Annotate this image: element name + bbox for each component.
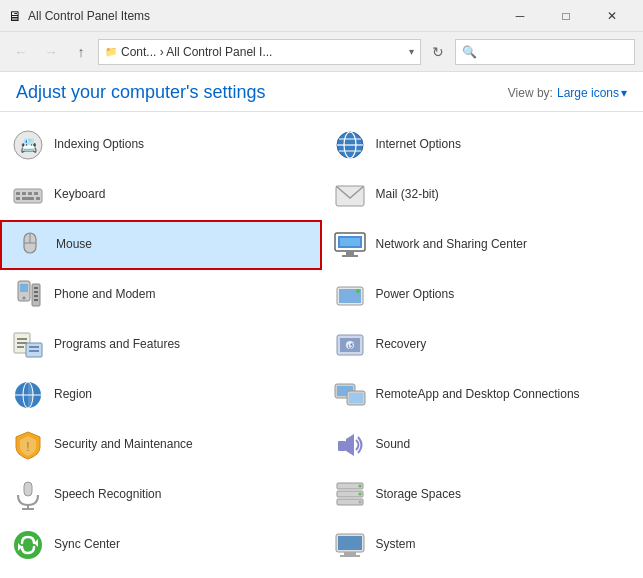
system-label: System [376, 537, 416, 553]
security-icon: ! [12, 429, 44, 461]
window-icon: 🖥 [8, 8, 22, 24]
recovery-label: Recovery [376, 337, 427, 353]
svg-rect-52 [349, 393, 363, 403]
search-bar [455, 39, 635, 65]
svg-rect-8 [16, 192, 20, 195]
control-item-storage[interactable]: Storage Spaces [322, 470, 644, 520]
svg-rect-14 [36, 197, 40, 200]
speech-label: Speech Recognition [54, 487, 161, 503]
svg-rect-7 [14, 189, 42, 203]
svg-point-34 [356, 289, 360, 293]
view-by-label: View by: [508, 86, 553, 100]
internet-options-icon [334, 129, 366, 161]
svg-rect-23 [342, 255, 358, 257]
indexing-options-label: Indexing Options [54, 137, 144, 153]
remoteapp-label: RemoteApp and Desktop Connections [376, 387, 580, 403]
svg-rect-69 [344, 552, 356, 555]
mail-icon [334, 179, 366, 211]
control-item-sync[interactable]: Sync Center [0, 520, 322, 570]
address-icon: 📁 [105, 46, 117, 57]
sync-icon [12, 529, 44, 561]
svg-rect-21 [340, 238, 360, 246]
address-text: Cont... › All Control Panel I... [121, 45, 405, 59]
recovery-icon: ↺ [334, 329, 366, 361]
svg-rect-54 [338, 441, 346, 451]
svg-rect-12 [16, 197, 20, 200]
control-item-recovery[interactable]: ↺ Recovery [322, 320, 644, 370]
back-button[interactable]: ← [8, 39, 34, 65]
svg-rect-70 [340, 555, 360, 557]
view-by-current: Large icons [557, 86, 619, 100]
view-by-control[interactable]: View by: Large icons ▾ [508, 86, 627, 100]
power-label: Power Options [376, 287, 455, 303]
svg-rect-28 [34, 287, 38, 289]
system-icon [334, 529, 366, 561]
svg-rect-11 [34, 192, 38, 195]
svg-rect-68 [338, 536, 362, 550]
svg-rect-13 [22, 197, 34, 200]
svg-rect-26 [20, 284, 28, 292]
control-item-internet-options[interactable]: Internet Options [322, 120, 644, 170]
svg-point-62 [358, 493, 361, 496]
svg-rect-22 [346, 251, 354, 255]
maximize-button[interactable]: □ [543, 0, 589, 32]
view-by-arrow-icon: ▾ [621, 86, 627, 100]
search-input[interactable] [462, 45, 628, 59]
control-item-system[interactable]: System [322, 520, 644, 570]
mouse-label: Mouse [56, 237, 92, 253]
view-by-value[interactable]: Large icons ▾ [557, 86, 627, 100]
heading-bar: Adjust your computer's settings View by:… [0, 72, 643, 112]
svg-rect-9 [22, 192, 26, 195]
region-icon [12, 379, 44, 411]
network-label: Network and Sharing Center [376, 237, 527, 253]
keyboard-icon [12, 179, 44, 211]
keyboard-label: Keyboard [54, 187, 105, 203]
control-item-network[interactable]: Network and Sharing Center [322, 220, 644, 270]
page-title: Adjust your computer's settings [16, 82, 266, 103]
speech-icon [12, 479, 44, 511]
address-dropdown-icon[interactable]: ▾ [409, 46, 414, 57]
region-label: Region [54, 387, 92, 403]
svg-rect-31 [34, 299, 38, 301]
control-item-power[interactable]: Power Options [322, 270, 644, 320]
control-item-speech[interactable]: Speech Recognition [0, 470, 322, 520]
control-item-mouse[interactable]: Mouse [0, 220, 322, 270]
programs-label: Programs and Features [54, 337, 180, 353]
sound-icon [334, 429, 366, 461]
control-item-indexing-options[interactable]: 📇 Indexing Options [0, 120, 322, 170]
svg-text:↺: ↺ [346, 342, 353, 351]
security-label: Security and Maintenance [54, 437, 193, 453]
control-item-programs[interactable]: Programs and Features [0, 320, 322, 370]
svg-point-25 [23, 297, 26, 300]
forward-button[interactable]: → [38, 39, 64, 65]
svg-rect-29 [34, 291, 38, 293]
control-item-region[interactable]: Region [0, 370, 322, 420]
up-button[interactable]: ↑ [68, 39, 94, 65]
refresh-button[interactable]: ↻ [425, 39, 451, 65]
svg-rect-39 [26, 343, 42, 357]
control-item-security[interactable]: ! Security and Maintenance [0, 420, 322, 470]
window-controls: ─ □ ✕ [497, 0, 635, 32]
svg-rect-10 [28, 192, 32, 195]
navigation-bar: ← → ↑ 📁 Cont... › All Control Panel I...… [0, 32, 643, 72]
phone-modem-label: Phone and Modem [54, 287, 155, 303]
control-item-remoteapp[interactable]: RemoteApp and Desktop Connections [322, 370, 644, 420]
programs-icon [12, 329, 44, 361]
items-grid: 📇 Indexing Options Internet Options Keyb… [0, 112, 643, 578]
control-item-mail[interactable]: Mail (32-bit) [322, 170, 644, 220]
close-button[interactable]: ✕ [589, 0, 635, 32]
svg-rect-55 [24, 482, 32, 496]
sync-label: Sync Center [54, 537, 120, 553]
network-icon [334, 229, 366, 261]
title-bar: 🖥 All Control Panel Items ─ □ ✕ [0, 0, 643, 32]
svg-text:!: ! [26, 440, 29, 454]
address-bar[interactable]: 📁 Cont... › All Control Panel I... ▾ [98, 39, 421, 65]
main-content: Adjust your computer's settings View by:… [0, 72, 643, 578]
control-item-phone-modem[interactable]: Phone and Modem [0, 270, 322, 320]
svg-point-63 [358, 501, 361, 504]
control-item-keyboard[interactable]: Keyboard [0, 170, 322, 220]
minimize-button[interactable]: ─ [497, 0, 543, 32]
svg-point-61 [358, 485, 361, 488]
control-item-sound[interactable]: Sound [322, 420, 644, 470]
mail-label: Mail (32-bit) [376, 187, 439, 203]
